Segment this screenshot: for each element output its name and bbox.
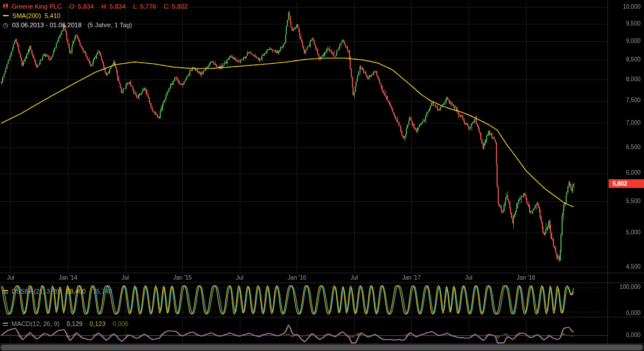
instrument-header[interactable]: Greene King PLC O:5,834 H:5,834 L:5,776 … [3,2,189,11]
high-label: H: [102,3,108,10]
macd-value-3: 0,006 [113,320,129,327]
dss-value-1: 88,400 [66,288,86,295]
horizontal-scrollbar[interactable] [0,344,644,351]
date-range-header: ◷ 03.06.2013 - 01.06.2018 (5 Jahre, 1 Ta… [3,21,134,29]
dss-value-2: 75,748 [93,288,113,295]
macd-indicator-header[interactable]: MACD(12, 26, 9) 0,129 0,123 0,006 [3,320,130,328]
close-label: C: [164,3,170,10]
sma-indicator-header[interactable]: SMA(200) 5,410 [3,12,62,20]
low-label: L: [133,3,138,10]
clock-icon: ◷ [3,21,9,28]
scrollbar-thumb[interactable] [1,345,643,350]
high-value: 5,834 [110,3,126,10]
last-price-badge: 5,802 [609,179,644,188]
price-chart-canvas[interactable] [0,0,644,351]
macd-icon [3,320,8,328]
oscillator-icon [3,288,8,296]
chart-window: Greene King PLC O:5,834 H:5,834 L:5,776 … [0,0,644,351]
dss-indicator-header[interactable]: DSSBR(21, 3, 8) 88,400 75,748 [3,287,114,296]
period-text: (5 Jahre, 1 Tag) [88,21,132,28]
instrument-name: Greene King PLC [12,3,62,10]
sma-value: 5,410 [45,12,61,19]
candlestick-icon [3,3,8,11]
date-range-text: 03.06.2013 - 01.06.2018 [12,21,82,28]
sma-label: SMA(200) [12,12,41,19]
last-price-text: 5,802 [613,180,627,187]
sma-line-icon [3,15,9,16]
open-value: 5,834 [78,3,94,10]
macd-label: MACD(12, 26, 9) [12,320,60,327]
low-value: 5,776 [140,3,156,10]
dss-label: DSSBR(21, 3, 8) [12,288,59,295]
macd-value-2: 0,123 [89,320,106,327]
open-label: O: [69,3,76,10]
macd-value-1: 0,129 [67,320,83,327]
close-value: 5,802 [172,3,188,10]
